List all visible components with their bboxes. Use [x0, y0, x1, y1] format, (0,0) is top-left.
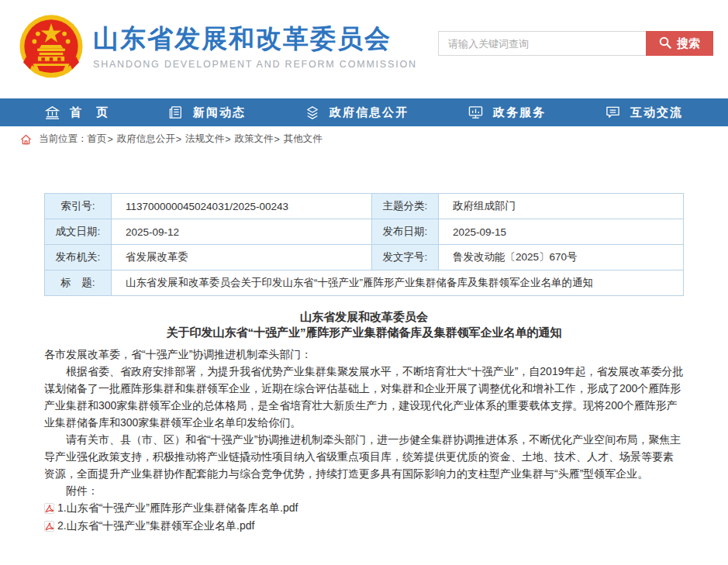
breadcrumb-prefix: 当前位置：: [39, 133, 88, 146]
meta-value-category: 政府组成部门: [439, 194, 684, 219]
table-row: 发布机关: 省发展改革委 发文字号: 鲁发改动能〔2025〕670号: [45, 245, 684, 270]
site-header: 山东省发展和改革委员会 SHANDONG DEVELOPMENT AND REF…: [0, 0, 728, 98]
search-button-label: 搜索: [677, 36, 700, 51]
pdf-icon: [44, 521, 54, 532]
bank-icon: [45, 105, 60, 119]
home-icon: [20, 134, 32, 145]
article-body: 山东省发展和改革委员会 关于印发山东省“十强产业”雁阵形产业集群储备库及集群领军…: [44, 309, 684, 565]
site-title: 山东省发展和改革委员会: [93, 24, 417, 53]
national-emblem-logo: [16, 12, 86, 84]
attachment-link-2[interactable]: 2.山东省“十强产业”集群领军企业名单.pdf: [44, 517, 684, 535]
nav-item-services[interactable]: 政务服务: [468, 105, 546, 120]
attachment-name: 2.山东省“十强产业”集群领军企业名单.pdf: [57, 517, 254, 535]
nav-item-news[interactable]: 新闻动态: [169, 105, 246, 120]
meta-label-index: 索引号:: [45, 194, 112, 219]
meta-value-written-date: 2025-09-12: [112, 219, 372, 245]
breadcrumb-regulations[interactable]: 法规文件: [185, 133, 224, 146]
pdf-icon: [44, 503, 54, 514]
nav-label: 互动交流: [630, 105, 683, 120]
main-content: 索引号: 113700000045024031/2025-00243 主题分类:…: [0, 193, 728, 565]
article-title-line1: 山东省发展和改革委员会: [44, 309, 684, 325]
meta-value-issuing-org: 省发展改革委: [112, 245, 372, 270]
nav-item-interaction[interactable]: 互动交流: [606, 105, 683, 120]
table-row: 成文日期: 2025-09-12 发布日期: 2025-09-15: [45, 219, 684, 245]
nav-label: 首 页: [70, 105, 109, 120]
article-salutation: 各市发展改革委，省“十强产业”协调推进机制牵头部门：: [44, 346, 684, 363]
search-input[interactable]: [438, 31, 646, 56]
breadcrumb-policy-files[interactable]: 政策文件: [234, 133, 273, 146]
meta-label-category: 主题分类:: [372, 194, 439, 219]
article-title-line2: 关于印发山东省“十强产业”雁阵形产业集群储备库及集群领军企业名单的通知: [44, 325, 684, 340]
meta-label-doc-number: 发文字号:: [372, 245, 439, 270]
table-row: 标 题: 山东省发展和改革委员会关于印发山东省“十强产业”雁阵形产业集群储备库及…: [45, 270, 684, 296]
breadcrumb-gov-info[interactable]: 政府信息公开: [117, 133, 175, 146]
site-subtitle: SHANDONG DEVELOPMENT AND REFORM COMMISSI…: [93, 59, 417, 70]
meta-value-publish-date: 2025-09-15: [439, 219, 684, 245]
layers-icon: [305, 105, 319, 120]
document-meta-table: 索引号: 113700000045024031/2025-00243 主题分类:…: [44, 193, 684, 296]
attachment-name: 1.山东省“十强产业”雁阵形产业集群储备库名单.pdf: [57, 499, 298, 517]
main-nav: 首 页 新闻动态 政府信息公开 政务服务: [0, 98, 728, 126]
attachment-link-1[interactable]: 1.山东省“十强产业”雁阵形产业集群储备库名单.pdf: [44, 499, 684, 517]
nav-label: 政府信息公开: [329, 105, 409, 120]
breadcrumb-home[interactable]: 首页: [88, 133, 107, 146]
search-button[interactable]: 搜索: [646, 31, 713, 56]
article-paragraph-2: 请有关市、县（市、区）和省“十强产业”协调推进机制牵头部门，进一步健全集群协调推…: [44, 431, 684, 482]
monitor-icon: [468, 105, 483, 119]
meta-value-title: 山东省发展和改革委员会关于印发山东省“十强产业”雁阵形产业集群储备库及集群领军企…: [112, 270, 684, 296]
meta-label-written-date: 成文日期:: [45, 219, 112, 245]
news-icon: [169, 105, 183, 119]
meta-label-issuing-org: 发布机关:: [45, 245, 112, 270]
table-row: 索引号: 113700000045024031/2025-00243 主题分类:…: [45, 194, 684, 219]
attachment-label: 附件：: [44, 482, 684, 499]
breadcrumb-other-files[interactable]: 其他文件: [284, 133, 323, 146]
nav-item-gov-info[interactable]: 政府信息公开: [305, 105, 409, 120]
meta-label-publish-date: 发布日期:: [372, 219, 439, 245]
nav-item-home[interactable]: 首 页: [45, 105, 109, 120]
meta-label-title: 标 题:: [45, 270, 112, 296]
nav-label: 新闻动态: [193, 105, 246, 120]
search-box: 搜索: [438, 31, 713, 56]
article-paragraph-1: 根据省委、省政府安排部署，为提升我省优势产业集群集聚发展水平，不断培育壮大“十强…: [44, 363, 684, 431]
search-icon: [659, 36, 671, 51]
meta-value-doc-number: 鲁发改动能〔2025〕670号: [439, 245, 684, 270]
chat-icon: [606, 105, 620, 119]
breadcrumb: 当前位置： 首页> 政府信息公开> 法规文件> 政策文件> 其他文件: [0, 126, 728, 152]
meta-value-index: 113700000045024031/2025-00243: [112, 194, 372, 219]
nav-label: 政务服务: [493, 105, 546, 120]
